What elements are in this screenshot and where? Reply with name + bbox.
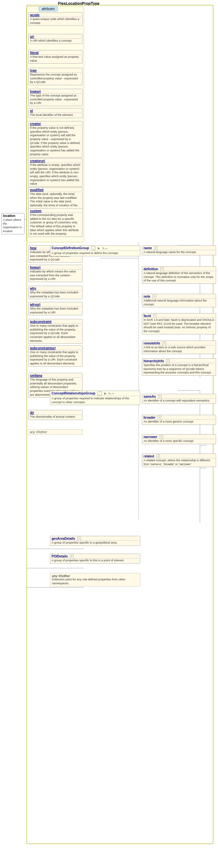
elem-same-as: sameAs + An identifier of a concept with… [142, 394, 216, 404]
location-label: location A place where the organisation … [1, 213, 25, 234]
elem-definition: definition + A natural language definiti… [142, 266, 216, 284]
elem-name: name + A natural language name for the c… [142, 245, 216, 255]
elem-narrower: narrower + An identifier of a more speci… [142, 434, 216, 444]
concept-relationships-group: ConceptRelationshipsGroup ... ▶ 0..∞ A g… [50, 391, 140, 405]
concept-definition-group: ConceptDefinitionGroup ... ▶ 0..∞ A grou… [50, 245, 140, 256]
elem-note: note + Additional natural language infor… [142, 294, 216, 307]
elem-geo-area-details: geoAreaDetails + A group of properties s… [50, 536, 140, 546]
elem-poi-details: POIDetails + A group of properties speci… [50, 554, 140, 564]
elem-broader: broader + An identifier of a more generi… [142, 415, 216, 425]
diagram-container: FlexLocationPropType [0, 0, 218, 868]
any-other-bottom: any ##other Extension point for any role… [50, 573, 140, 587]
elem-hierarchy-info: hierarchyInfo + Specifies the position o… [142, 358, 216, 376]
elem-related: related + A related concept, where the r… [142, 454, 216, 467]
elem-remote-info: remoteInfo + A link to an item or a web … [142, 341, 216, 354]
elem-facet: facet * In NAR 1.8 and later, facet is d… [142, 313, 216, 334]
